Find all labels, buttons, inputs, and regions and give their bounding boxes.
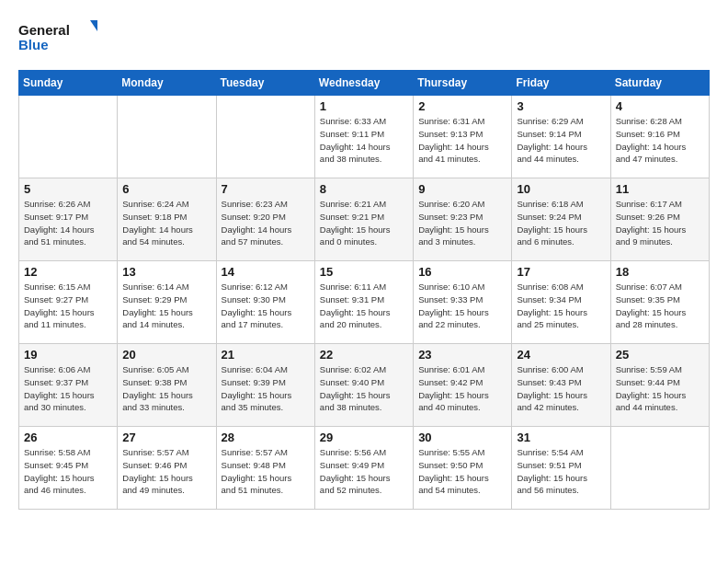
day-info: Sunrise: 5:56 AM Sunset: 9:49 PM Dayligh…	[320, 446, 408, 497]
day-info: Sunrise: 6:33 AM Sunset: 9:11 PM Dayligh…	[320, 115, 408, 166]
day-number: 31	[517, 431, 605, 444]
day-info: Sunrise: 6:24 AM Sunset: 9:18 PM Dayligh…	[122, 198, 210, 248]
day-info: Sunrise: 6:18 AM Sunset: 9:24 PM Dayligh…	[517, 198, 605, 248]
day-info: Sunrise: 6:10 AM Sunset: 9:33 PM Dayligh…	[418, 281, 506, 331]
calendar-week-row: 12Sunrise: 6:15 AM Sunset: 9:27 PM Dayli…	[19, 261, 710, 344]
day-number: 8	[320, 182, 408, 196]
calendar-cell	[19, 96, 118, 178]
day-info: Sunrise: 6:31 AM Sunset: 9:13 PM Dayligh…	[418, 115, 506, 166]
day-number: 23	[418, 348, 506, 362]
day-info: Sunrise: 5:59 AM Sunset: 9:44 PM Dayligh…	[616, 363, 704, 414]
weekday-header: Sunday	[19, 71, 118, 96]
day-number: 30	[418, 431, 506, 444]
calendar-table: SundayMondayTuesdayWednesdayThursdayFrid…	[18, 70, 710, 510]
day-number: 11	[616, 182, 704, 196]
day-number: 4	[616, 99, 704, 113]
day-info: Sunrise: 6:23 AM Sunset: 9:20 PM Dayligh…	[222, 198, 310, 248]
day-info: Sunrise: 6:15 AM Sunset: 9:27 PM Dayligh…	[24, 281, 112, 331]
day-info: Sunrise: 6:02 AM Sunset: 9:40 PM Dayligh…	[320, 363, 408, 414]
calendar-cell: 21Sunrise: 6:04 AM Sunset: 9:39 PM Dayli…	[216, 344, 314, 427]
calendar-cell: 12Sunrise: 6:15 AM Sunset: 9:27 PM Dayli…	[19, 261, 118, 344]
day-number: 29	[320, 431, 408, 444]
calendar-cell: 16Sunrise: 6:10 AM Sunset: 9:33 PM Dayli…	[414, 261, 512, 344]
day-number: 12	[24, 265, 112, 279]
day-info: Sunrise: 5:57 AM Sunset: 9:46 PM Dayligh…	[122, 446, 210, 497]
day-info: Sunrise: 6:28 AM Sunset: 9:16 PM Dayligh…	[616, 115, 704, 166]
day-info: Sunrise: 6:29 AM Sunset: 9:14 PM Dayligh…	[517, 115, 605, 166]
day-number: 21	[222, 348, 310, 362]
calendar-cell: 11Sunrise: 6:17 AM Sunset: 9:26 PM Dayli…	[610, 178, 709, 261]
svg-text:Blue: Blue	[18, 37, 49, 52]
calendar-cell: 28Sunrise: 5:57 AM Sunset: 9:48 PM Dayli…	[216, 427, 314, 510]
svg-marker-3	[90, 20, 97, 31]
day-info: Sunrise: 6:08 AM Sunset: 9:34 PM Dayligh…	[517, 281, 605, 331]
weekday-header: Tuesday	[216, 71, 314, 96]
day-number: 24	[517, 348, 605, 362]
calendar-week-row: 26Sunrise: 5:58 AM Sunset: 9:45 PM Dayli…	[19, 427, 710, 510]
weekday-header-row: SundayMondayTuesdayWednesdayThursdayFrid…	[19, 71, 710, 96]
weekday-header: Monday	[118, 71, 216, 96]
day-info: Sunrise: 5:58 AM Sunset: 9:45 PM Dayligh…	[24, 446, 112, 497]
day-info: Sunrise: 5:55 AM Sunset: 9:50 PM Dayligh…	[418, 446, 506, 497]
day-number: 6	[122, 182, 210, 196]
day-info: Sunrise: 6:06 AM Sunset: 9:37 PM Dayligh…	[24, 363, 112, 414]
day-info: Sunrise: 6:14 AM Sunset: 9:29 PM Dayligh…	[122, 281, 210, 331]
calendar-cell: 26Sunrise: 5:58 AM Sunset: 9:45 PM Dayli…	[19, 427, 118, 510]
calendar-cell: 22Sunrise: 6:02 AM Sunset: 9:40 PM Dayli…	[314, 344, 413, 427]
day-number: 2	[418, 99, 506, 113]
calendar-cell: 18Sunrise: 6:07 AM Sunset: 9:35 PM Dayli…	[610, 261, 709, 344]
day-info: Sunrise: 6:11 AM Sunset: 9:31 PM Dayligh…	[320, 281, 408, 331]
calendar-cell: 8Sunrise: 6:21 AM Sunset: 9:21 PM Daylig…	[314, 178, 413, 261]
calendar-cell: 3Sunrise: 6:29 AM Sunset: 9:14 PM Daylig…	[512, 96, 610, 178]
day-number: 19	[24, 348, 112, 362]
calendar-cell: 14Sunrise: 6:12 AM Sunset: 9:30 PM Dayli…	[216, 261, 314, 344]
day-number: 10	[517, 182, 605, 196]
calendar-cell: 25Sunrise: 5:59 AM Sunset: 9:44 PM Dayli…	[610, 344, 709, 427]
day-info: Sunrise: 6:12 AM Sunset: 9:30 PM Dayligh…	[222, 281, 310, 331]
calendar-cell: 7Sunrise: 6:23 AM Sunset: 9:20 PM Daylig…	[216, 178, 314, 261]
day-number: 14	[222, 265, 310, 279]
calendar-cell: 23Sunrise: 6:01 AM Sunset: 9:42 PM Dayli…	[414, 344, 512, 427]
calendar-cell: 27Sunrise: 5:57 AM Sunset: 9:46 PM Dayli…	[118, 427, 216, 510]
calendar-cell: 17Sunrise: 6:08 AM Sunset: 9:34 PM Dayli…	[512, 261, 610, 344]
day-info: Sunrise: 6:00 AM Sunset: 9:43 PM Dayligh…	[517, 363, 605, 414]
calendar-cell	[216, 96, 314, 178]
day-number: 27	[122, 431, 210, 444]
calendar-cell: 30Sunrise: 5:55 AM Sunset: 9:50 PM Dayli…	[414, 427, 512, 510]
page-header: General Blue	[18, 18, 710, 55]
calendar-cell	[118, 96, 216, 178]
svg-text:General: General	[18, 22, 70, 38]
day-number: 25	[616, 348, 704, 362]
day-info: Sunrise: 6:04 AM Sunset: 9:39 PM Dayligh…	[222, 363, 310, 414]
day-number: 1	[320, 99, 408, 113]
calendar-cell: 9Sunrise: 6:20 AM Sunset: 9:23 PM Daylig…	[414, 178, 512, 261]
logo: General Blue	[18, 18, 101, 55]
calendar-cell: 5Sunrise: 6:26 AM Sunset: 9:17 PM Daylig…	[19, 178, 118, 261]
weekday-header: Wednesday	[314, 71, 413, 96]
day-info: Sunrise: 6:07 AM Sunset: 9:35 PM Dayligh…	[616, 281, 704, 331]
calendar-cell	[610, 427, 709, 510]
day-info: Sunrise: 6:17 AM Sunset: 9:26 PM Dayligh…	[616, 198, 704, 248]
calendar-cell: 15Sunrise: 6:11 AM Sunset: 9:31 PM Dayli…	[314, 261, 413, 344]
calendar-cell: 2Sunrise: 6:31 AM Sunset: 9:13 PM Daylig…	[414, 96, 512, 178]
day-number: 9	[418, 182, 506, 196]
calendar-week-row: 1Sunrise: 6:33 AM Sunset: 9:11 PM Daylig…	[19, 96, 710, 178]
calendar-cell: 10Sunrise: 6:18 AM Sunset: 9:24 PM Dayli…	[512, 178, 610, 261]
day-number: 26	[24, 431, 112, 444]
day-info: Sunrise: 6:20 AM Sunset: 9:23 PM Dayligh…	[418, 198, 506, 248]
day-number: 5	[24, 182, 112, 196]
calendar-cell: 19Sunrise: 6:06 AM Sunset: 9:37 PM Dayli…	[19, 344, 118, 427]
day-info: Sunrise: 5:57 AM Sunset: 9:48 PM Dayligh…	[222, 446, 310, 497]
calendar-cell: 29Sunrise: 5:56 AM Sunset: 9:49 PM Dayli…	[314, 427, 413, 510]
day-info: Sunrise: 6:01 AM Sunset: 9:42 PM Dayligh…	[418, 363, 506, 414]
day-info: Sunrise: 6:26 AM Sunset: 9:17 PM Dayligh…	[24, 198, 112, 248]
weekday-header: Saturday	[610, 71, 709, 96]
day-number: 20	[122, 348, 210, 362]
day-number: 3	[517, 99, 605, 113]
weekday-header: Friday	[512, 71, 610, 96]
logo-svg: General Blue	[18, 18, 101, 55]
calendar-week-row: 19Sunrise: 6:06 AM Sunset: 9:37 PM Dayli…	[19, 344, 710, 427]
calendar-cell: 13Sunrise: 6:14 AM Sunset: 9:29 PM Dayli…	[118, 261, 216, 344]
calendar-week-row: 5Sunrise: 6:26 AM Sunset: 9:17 PM Daylig…	[19, 178, 710, 261]
day-number: 28	[222, 431, 310, 444]
